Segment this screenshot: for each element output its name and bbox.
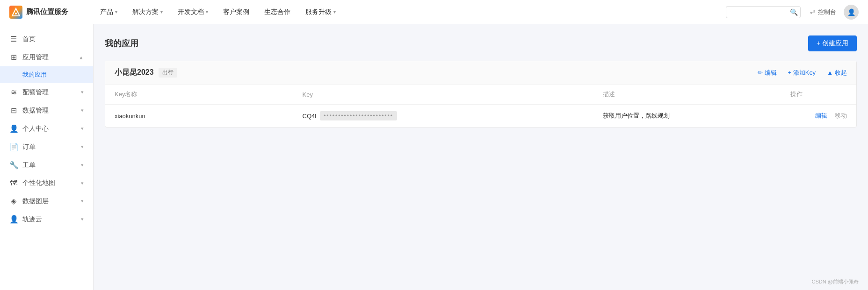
add-key-label: + 添加Key <box>788 69 816 77</box>
console-label: 控制台 <box>818 8 836 16</box>
move-key-button[interactable]: 移动 <box>835 112 847 119</box>
description-value: 获取用户位置，路线规划 <box>603 112 670 119</box>
console-icon: ⇄ <box>810 8 815 15</box>
sidebar-label-personal: 个人中心 <box>22 125 49 133</box>
search-input[interactable] <box>731 8 787 15</box>
sidebar-sublabel-my-apps: 我的应用 <box>22 71 47 78</box>
col-header-key-name: Key名称 <box>105 85 293 105</box>
data-layer-icon: ◈ <box>9 197 18 205</box>
sidebar-label-custom-map: 个性化地图 <box>22 179 55 187</box>
quota-icon: ≋ <box>9 88 18 97</box>
nav-label-service: 服务升级 <box>305 8 332 16</box>
sidebar-item-custom-map[interactable]: 🗺 个性化地图 ▾ <box>0 174 93 192</box>
key-prefix: CQ4l <box>303 113 317 120</box>
nav-item-solutions[interactable]: 解决方案 ▾ <box>126 5 169 19</box>
key-name-value: xiaokunkun <box>115 113 145 120</box>
chevron-down-icon: ▾ <box>81 216 84 222</box>
sidebar-label-data-mgmt: 数据管理 <box>22 106 49 115</box>
watermark: CSDN @前端小佩奇 <box>812 278 859 285</box>
collapse-label: 收起 <box>835 69 847 77</box>
page-header: 我的应用 + 创建应用 <box>105 35 857 51</box>
key-value-cell: CQ4l •••••••••••••••••••••••• <box>293 105 593 127</box>
sidebar-item-personal[interactable]: 👤 个人中心 ▾ <box>0 120 93 138</box>
key-table: Key名称 Key 描述 操作 xiaokunkun CQ4l <box>105 85 856 127</box>
nav-item-service[interactable]: 服务升级 ▾ <box>299 5 342 19</box>
sidebar-label-order: 订单 <box>22 143 36 151</box>
chevron-down-icon: ▾ <box>333 9 336 14</box>
add-key-button[interactable]: + 添加Key <box>788 69 816 77</box>
sidebar-subitem-my-apps[interactable]: 我的应用 <box>0 66 93 83</box>
edit-app-button[interactable]: ✏ 编辑 <box>758 69 777 77</box>
app-tag: 出行 <box>159 68 177 78</box>
nav-label-solutions: 解决方案 <box>132 8 159 16</box>
chevron-down-icon: ▾ <box>81 89 84 95</box>
sidebar-item-workorder[interactable]: 🔧 工单 ▾ <box>0 156 93 174</box>
sidebar-label-home: 首页 <box>22 35 36 43</box>
sidebar-label-trajectory: 轨迹云 <box>22 215 42 224</box>
chevron-down-icon: ▾ <box>160 9 163 14</box>
nav-label-product: 产品 <box>100 8 113 16</box>
sidebar-item-data-mgmt[interactable]: ⊟ 数据管理 ▾ <box>0 101 93 120</box>
app-name: 小昆昆2023 <box>115 68 154 78</box>
sidebar-label-quota: 配额管理 <box>22 88 49 97</box>
edit-icon: ✏ <box>758 69 763 76</box>
chevron-down-icon: ▾ <box>81 162 84 168</box>
logo-area[interactable]: 腾讯位置服务 <box>9 6 94 19</box>
data-mgmt-icon: ⊟ <box>9 106 18 115</box>
create-app-button[interactable]: + 创建应用 <box>808 35 857 51</box>
app-mgmt-icon: ⊞ <box>9 53 18 62</box>
edit-key-button[interactable]: 编辑 <box>815 112 827 119</box>
sidebar-item-home[interactable]: ☰ 首页 <box>0 30 93 48</box>
order-icon: 📄 <box>9 142 18 151</box>
user-avatar-button[interactable]: 👤 <box>844 5 859 20</box>
collapse-icon: ▲ <box>827 69 833 76</box>
chevron-down-icon: ▾ <box>81 126 84 132</box>
sidebar-item-app-mgmt[interactable]: ⊞ 应用管理 ▲ <box>0 48 93 66</box>
sidebar-label-data-layer: 数据图层 <box>22 197 49 205</box>
edit-label: 编辑 <box>765 69 777 77</box>
nav-item-docs[interactable]: 开发文档 ▾ <box>171 5 215 19</box>
search-box[interactable]: 🔍 <box>726 6 801 18</box>
sidebar-item-data-layer[interactable]: ◈ 数据图层 ▾ <box>0 192 93 210</box>
key-value-container: CQ4l •••••••••••••••••••••••• <box>303 111 584 120</box>
nav-label-cases: 客户案例 <box>223 8 249 16</box>
svg-point-1 <box>15 13 17 14</box>
svg-marker-0 <box>12 8 20 16</box>
nav-item-product[interactable]: 产品 ▾ <box>94 5 124 19</box>
nav-right: ⇄ 控制台 👤 <box>810 5 859 20</box>
chevron-down-icon: ▾ <box>81 180 84 186</box>
top-navigation: 腾讯位置服务 产品 ▾ 解决方案 ▾ 开发文档 ▾ 客户案例 生态合作 服务升级… <box>0 0 868 24</box>
workorder-icon: 🔧 <box>9 161 18 170</box>
key-masked-value: •••••••••••••••••••••••• <box>320 111 397 120</box>
chevron-down-icon: ▾ <box>81 198 84 204</box>
collapse-button[interactable]: ▲ 收起 <box>827 69 847 77</box>
operations-cell: 编辑 移动 <box>781 105 856 127</box>
col-header-ops: 操作 <box>781 85 856 105</box>
chevron-down-icon: ▾ <box>115 9 117 14</box>
nav-item-cases[interactable]: 客户案例 <box>217 5 256 19</box>
main-content: 我的应用 + 创建应用 小昆昆2023 出行 ✏ 编辑 + 添加Key ▲ <box>94 24 868 290</box>
chevron-down-icon: ▾ <box>81 144 84 150</box>
nav-item-ecosystem[interactable]: 生态合作 <box>258 5 297 19</box>
table-header-row: Key名称 Key 描述 操作 <box>105 85 856 105</box>
console-button[interactable]: ⇄ 控制台 <box>810 8 836 16</box>
description-cell: 获取用户位置，路线规划 <box>593 105 781 127</box>
app-card-header: 小昆昆2023 出行 ✏ 编辑 + 添加Key ▲ 收起 <box>105 61 856 85</box>
sidebar-item-quota[interactable]: ≋ 配额管理 ▾ <box>0 83 93 101</box>
sidebar-item-trajectory[interactable]: 👤 轨迹云 ▾ <box>0 210 93 228</box>
custom-map-icon: 🗺 <box>9 179 18 187</box>
table-row: xiaokunkun CQ4l ••••••••••••••••••••••••… <box>105 105 856 127</box>
chevron-up-icon: ▲ <box>79 55 84 60</box>
logo-icon <box>9 6 22 19</box>
sidebar-item-order[interactable]: 📄 订单 ▾ <box>0 138 93 156</box>
col-header-key: Key <box>293 85 593 105</box>
trajectory-icon: 👤 <box>9 215 18 224</box>
avatar-icon: 👤 <box>847 8 855 16</box>
logo-text: 腾讯位置服务 <box>26 7 68 16</box>
main-layout: ☰ 首页 ⊞ 应用管理 ▲ 我的应用 ≋ 配额管理 ▾ ⊟ 数据管理 ▾ 👤 个… <box>0 24 868 290</box>
key-name-cell: xiaokunkun <box>105 105 293 127</box>
sidebar: ☰ 首页 ⊞ 应用管理 ▲ 我的应用 ≋ 配额管理 ▾ ⊟ 数据管理 ▾ 👤 个… <box>0 24 94 290</box>
nav-label-docs: 开发文档 <box>178 8 204 16</box>
search-icon: 🔍 <box>790 8 798 16</box>
app-actions: ✏ 编辑 + 添加Key ▲ 收起 <box>758 69 847 77</box>
